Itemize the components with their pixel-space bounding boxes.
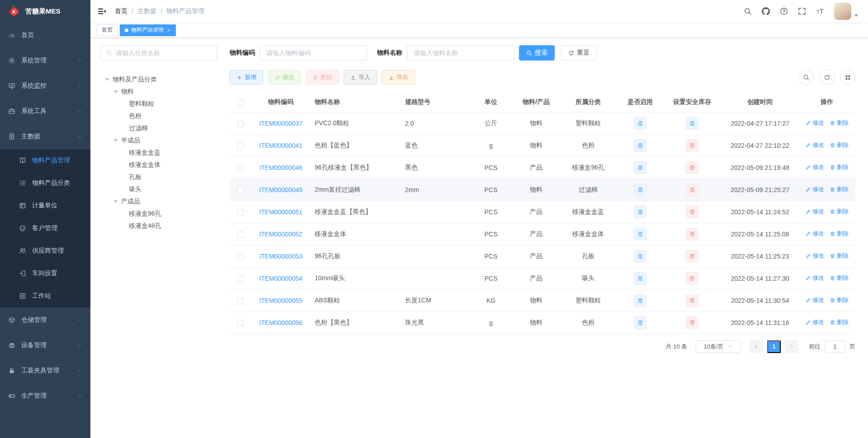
- row-edit-button[interactable]: 修改: [805, 252, 824, 260]
- item-code-link[interactable]: ITEM00000052: [259, 231, 302, 238]
- row-checkbox[interactable]: [237, 231, 244, 238]
- row-edit-button[interactable]: 修改: [805, 296, 824, 304]
- row-delete-button[interactable]: 删除: [830, 274, 849, 282]
- sidebar-item-home[interactable]: 首页: [0, 23, 90, 48]
- row-delete-button[interactable]: 删除: [830, 207, 849, 216]
- material-code-input[interactable]: [259, 45, 367, 61]
- row-delete-button[interactable]: 删除: [830, 141, 849, 149]
- tree-node[interactable]: 塑料颗粒: [100, 98, 217, 110]
- item-code-link[interactable]: ITEM00000046: [259, 164, 302, 171]
- column-settings-button[interactable]: [840, 70, 855, 85]
- sidebar-item-supplier-management[interactable]: 供应商管理: [0, 240, 90, 262]
- sidebar-item-warehouse-management[interactable]: 仓储管理: [0, 307, 90, 333]
- tree-node[interactable]: 移液盒48孔: [100, 220, 217, 232]
- edit-button[interactable]: 修改: [268, 70, 301, 85]
- tree-node[interactable]: 过滤棉: [100, 122, 217, 134]
- page-size-select[interactable]: 10条/页: [696, 340, 741, 353]
- row-edit-button[interactable]: 修改: [805, 274, 824, 282]
- tree-node[interactable]: 产成品: [100, 195, 217, 207]
- row-checkbox[interactable]: [237, 209, 244, 216]
- row-edit-button[interactable]: 修改: [805, 163, 824, 171]
- material-name-input[interactable]: [407, 45, 514, 61]
- prev-page-button[interactable]: [750, 340, 763, 353]
- row-delete-button[interactable]: 删除: [830, 119, 849, 127]
- search-toggle-button[interactable]: [798, 70, 814, 85]
- sidebar-item-production-management[interactable]: 生产管理: [0, 383, 90, 409]
- next-page-button[interactable]: [785, 340, 798, 353]
- row-delete-button[interactable]: 删除: [830, 318, 849, 326]
- breadcrumb-item-home[interactable]: 首页: [115, 7, 127, 15]
- tree-node[interactable]: 半成品: [100, 134, 217, 146]
- item-code-link[interactable]: ITEM00000041: [259, 142, 302, 149]
- row-checkbox[interactable]: [237, 165, 244, 171]
- row-edit-button[interactable]: 修改: [805, 119, 824, 127]
- row-delete-button[interactable]: 删除: [830, 230, 849, 238]
- tree-node[interactable]: 色粉: [100, 110, 217, 122]
- avatar[interactable]: [834, 3, 851, 20]
- font-size-button[interactable]: TT: [816, 7, 824, 15]
- item-code-link[interactable]: ITEM00000037: [259, 120, 302, 127]
- help-button[interactable]: ?: [780, 7, 788, 15]
- item-code-link[interactable]: ITEM00000053: [259, 253, 302, 260]
- row-checkbox[interactable]: [237, 143, 244, 149]
- row-edit-button[interactable]: 修改: [805, 207, 824, 216]
- row-edit-button[interactable]: 修改: [805, 230, 824, 238]
- item-code-link[interactable]: ITEM00000051: [259, 208, 302, 216]
- tree-node[interactable]: 移液盒盒盖: [100, 146, 217, 159]
- item-code-link[interactable]: ITEM00000054: [259, 275, 302, 282]
- row-delete-button[interactable]: 删除: [830, 296, 849, 304]
- tree-node[interactable]: 孔板: [100, 171, 217, 183]
- sidebar-item-system-management[interactable]: 系统管理: [0, 48, 90, 73]
- row-checkbox[interactable]: [237, 320, 244, 326]
- hamburger-icon[interactable]: [90, 7, 113, 16]
- tree-node[interactable]: 物料: [100, 85, 217, 98]
- item-code-link[interactable]: ITEM00000056: [259, 319, 302, 326]
- delete-button[interactable]: 删除: [306, 70, 339, 85]
- add-button[interactable]: 新增: [230, 70, 263, 85]
- tab-material-product-management[interactable]: 物料产品管理: [120, 24, 176, 36]
- goto-page-input[interactable]: [825, 340, 845, 353]
- item-code-link[interactable]: ITEM00000055: [259, 297, 302, 304]
- github-button[interactable]: [762, 7, 770, 15]
- tree-node[interactable]: 移液盒盒体: [100, 159, 217, 171]
- tree-node[interactable]: 物料及产品分类: [100, 73, 217, 85]
- caret-down-icon[interactable]: [854, 14, 858, 17]
- sidebar-item-master-data[interactable]: 主数据: [0, 124, 90, 149]
- sidebar-item-system-tools[interactable]: 系统工具: [0, 99, 90, 124]
- row-checkbox[interactable]: [237, 254, 244, 260]
- row-checkbox[interactable]: [237, 298, 244, 304]
- breadcrumb-item-master-data[interactable]: 主数据: [137, 7, 156, 15]
- reset-button[interactable]: 重置: [561, 45, 597, 61]
- row-checkbox[interactable]: [237, 187, 244, 193]
- search-button[interactable]: 搜索: [519, 45, 555, 61]
- sidebar-item-tooling-fixture-management[interactable]: 工装夹具管理: [0, 358, 90, 383]
- sidebar-item-customer-management[interactable]: 客户管理: [0, 217, 90, 240]
- tree-node[interactable]: 移液盒96孔: [100, 207, 217, 220]
- fullscreen-button[interactable]: [798, 7, 806, 15]
- sidebar-item-system-monitoring[interactable]: 系统监控: [0, 73, 90, 99]
- sidebar-item-measurement-unit[interactable]: 计量单位: [0, 194, 90, 217]
- export-button[interactable]: 导出: [382, 70, 415, 85]
- item-code-link[interactable]: ITEM00000049: [259, 186, 302, 193]
- search-button[interactable]: [744, 7, 752, 15]
- row-edit-button[interactable]: 修改: [805, 141, 824, 149]
- tree-node[interactable]: 吸头: [100, 183, 217, 195]
- page-number-button[interactable]: 1: [767, 340, 781, 353]
- refresh-button[interactable]: [819, 70, 835, 85]
- row-edit-button[interactable]: 修改: [805, 318, 824, 326]
- row-checkbox[interactable]: [237, 121, 244, 127]
- category-search-input[interactable]: [116, 49, 212, 57]
- row-delete-button[interactable]: 删除: [830, 163, 849, 171]
- row-delete-button[interactable]: 删除: [830, 252, 849, 260]
- select-all-checkbox[interactable]: [237, 99, 244, 106]
- row-delete-button[interactable]: 删除: [830, 185, 849, 193]
- close-icon[interactable]: [166, 28, 171, 33]
- import-button[interactable]: 导入: [344, 70, 377, 85]
- tab-home[interactable]: 首页: [97, 24, 118, 36]
- sidebar-item-workshop-settings[interactable]: 车间设置: [0, 262, 90, 285]
- sidebar-item-material-product-management[interactable]: 物料产品管理: [0, 149, 90, 172]
- sidebar-item-equipment-management[interactable]: 设备管理: [0, 333, 90, 358]
- row-edit-button[interactable]: 修改: [805, 185, 824, 193]
- sidebar-item-workstation[interactable]: 工作站: [0, 285, 90, 307]
- row-checkbox[interactable]: [237, 276, 244, 282]
